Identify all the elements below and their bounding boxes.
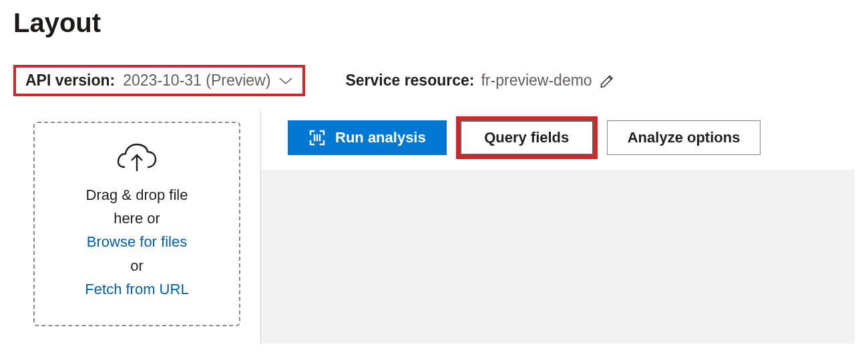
api-version-value: 2023-10-31 (Preview) xyxy=(123,72,270,90)
api-version-selector[interactable]: API version: 2023-10-31 (Preview) xyxy=(13,65,305,96)
fetch-url-link[interactable]: Fetch from URL xyxy=(48,277,226,301)
query-fields-label: Query fields xyxy=(484,129,569,146)
service-resource: Service resource: fr-preview-demo xyxy=(345,72,616,90)
analyze-options-label: Analyze options xyxy=(628,129,740,146)
meta-row: API version: 2023-10-31 (Preview) Servic… xyxy=(13,65,855,96)
edit-icon[interactable] xyxy=(599,72,616,90)
toolbar: Run analysis Query fields Analyze option… xyxy=(261,111,855,170)
api-version-label: API version: xyxy=(25,72,115,90)
file-drop-panel: Drag & drop file here or Browse for file… xyxy=(13,111,260,337)
browse-files-link[interactable]: Browse for files xyxy=(48,230,226,253)
page-title: Layout xyxy=(13,8,855,38)
analysis-panel: Run analysis Query fields Analyze option… xyxy=(260,111,855,344)
query-fields-button[interactable]: Query fields xyxy=(460,120,594,155)
canvas-area xyxy=(261,170,855,344)
service-resource-label: Service resource: xyxy=(345,72,474,90)
run-analysis-label: Run analysis xyxy=(335,129,426,146)
service-resource-value: fr-preview-demo xyxy=(481,72,592,90)
chevron-down-icon xyxy=(278,76,293,86)
drop-or: or xyxy=(48,254,226,277)
run-analysis-button[interactable]: Run analysis xyxy=(288,120,447,155)
drop-text: Drag & drop file here or Browse for file… xyxy=(48,183,226,301)
cloud-upload-icon xyxy=(48,143,226,174)
dropzone[interactable]: Drag & drop file here or Browse for file… xyxy=(33,122,240,326)
scan-icon xyxy=(308,129,326,146)
analyze-options-button[interactable]: Analyze options xyxy=(607,120,761,155)
drop-line-1: Drag & drop file xyxy=(48,183,226,207)
drop-line-2: here or xyxy=(48,207,226,230)
